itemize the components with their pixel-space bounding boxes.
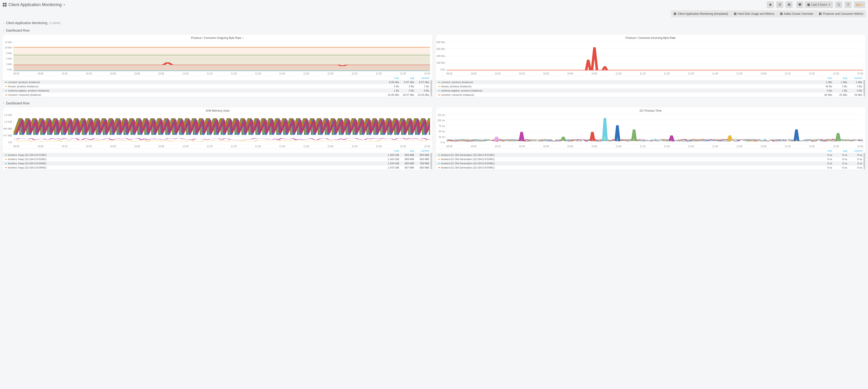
time-range-label: Last 3 hours — [811, 3, 827, 6]
legend-row[interactable]: schema-registry: produce (instance)1 Bs0… — [3, 89, 432, 93]
legend-row[interactable]: lenses: produce (instance)4 Bs0 Bs1 Bs — [3, 84, 432, 89]
legend-row[interactable]: lenses: produce (instance)44 Bs2 Bs4 Bs — [436, 84, 865, 89]
series-current: 0 ns — [847, 166, 862, 169]
panel-info-icon[interactable]: i — [437, 35, 437, 37]
chart-area[interactable]: 1.9 GiB1.4 GiB954 MiB477 MiB0 B09:5010:0… — [3, 113, 432, 149]
series-color-swatch — [438, 95, 440, 95]
legend-row[interactable]: brokers: heap (10.164.0.9:52481)1.543 Gi… — [3, 157, 432, 161]
legend-row[interactable]: brokers:G1 Old Generation (10.164.0.9:52… — [436, 157, 865, 161]
series-name: brokers:G1 Old Generation (10.164.0.9:53… — [441, 162, 817, 165]
legend-row[interactable]: connect: consume (instance)10.46 kBs10.3… — [3, 93, 432, 97]
series-name: connect: consume (instance) — [441, 93, 817, 96]
dashboard-links: Client Application Monitoring (templated… — [671, 10, 866, 17]
series-current: 0 Bs — [414, 89, 429, 92]
dashboard-link[interactable]: Kafka Cluster Overview — [777, 10, 816, 17]
series-avg: 0 ns — [832, 166, 847, 169]
dashboard-links-row: Client Application Monitoring (templated… — [0, 9, 868, 19]
y-axis-ticks: 800 kBs600 kBs400 kBs200 kBs0 Bs — [436, 40, 446, 71]
legend-scroll[interactable]: brokers:G1 Old Generation (10.164.0.9:51… — [436, 153, 865, 170]
legend-row[interactable]: brokers: heap (10.164.0.9:54481)1.470 Gi… — [3, 165, 432, 170]
zoom-out-button[interactable] — [835, 1, 842, 8]
panel-title[interactable]: Produce / Consume Outgoing Byte Rate▼ — [3, 34, 432, 40]
panel-jvm-memory: iJVM Memory Used1.9 GiB1.4 GiB954 MiB477… — [2, 107, 433, 170]
legend-row[interactable]: brokers:G1 Old Generation (10.164.0.9:51… — [436, 153, 865, 157]
series-avg: 10.37 kBs — [399, 93, 414, 96]
series-current: 0 Bs — [847, 89, 862, 92]
time-range-picker[interactable]: Last 3 hours ▼ — [805, 1, 833, 8]
panel-title[interactable]: GC Process Time — [436, 107, 865, 113]
series-max: 1.428 GiB — [384, 154, 399, 156]
x-axis-ticks: 09:5010:0010:1010:2010:3010:4010:5011:00… — [446, 144, 863, 149]
series-max: 1.470 GiB — [384, 166, 399, 169]
legend: maxavgcurrentconnect: produce (instance)… — [436, 75, 865, 97]
plot-area — [13, 41, 430, 71]
panel-info-icon[interactable]: i — [3, 35, 4, 37]
legend-row[interactable]: connect: produce (instance)6.98 kBs6.97 … — [3, 80, 432, 84]
row-header-collapsed[interactable]: › Client Application Monitoring (1 panel… — [0, 19, 868, 27]
series-current: 0 ns — [847, 158, 862, 161]
legend-row[interactable]: schema-registry: produce (instance)5 Bs1… — [436, 89, 865, 93]
panel-info-icon[interactable]: i — [437, 108, 437, 110]
dashboard-link[interactable]: Producer and Consumer Metrics — [816, 10, 866, 17]
series-name: brokers:G1 Old Generation (10.164.0.9:51… — [441, 154, 817, 156]
series-name: connect: consume (instance) — [8, 93, 384, 96]
legend-scroll[interactable]: connect: produce (instance)1 kBs1 kBs1 k… — [436, 80, 865, 97]
legend-scroll[interactable]: brokers: heap (10.164.0.9:51481)1.428 Gi… — [3, 153, 432, 170]
legend-row[interactable]: brokers: heap (10.164.0.9:53481)1.334 Gi… — [3, 161, 432, 165]
legend-row[interactable]: brokers:G1 Old Generation (10.164.0.9:53… — [436, 161, 865, 165]
row-subtitle: (1 panel) — [49, 21, 60, 25]
series-current: 789 MiB — [414, 162, 429, 165]
dashboard-title-dropdown[interactable]: Client Application Monitoring ▼ — [8, 2, 65, 7]
series-name: schema-registry: produce (instance) — [441, 89, 817, 92]
chevron-right-icon: › — [3, 22, 4, 24]
chevron-down-icon: ▼ — [862, 4, 863, 6]
legend-scroll[interactable]: connect: produce (instance)6.98 kBs6.97 … — [3, 80, 432, 97]
series-color-swatch — [438, 90, 440, 91]
legend-row[interactable]: connect: produce (instance)1 kBs1 kBs1 k… — [436, 80, 865, 84]
row-header-expanded[interactable]: › Dashboard Row — [0, 27, 868, 34]
row-header-expanded[interactable]: › Dashboard Row — [0, 99, 868, 107]
panel-title[interactable]: JVM Memory Used — [3, 107, 432, 113]
legend: maxavgcurrentbrokers:G1 Old Generation (… — [436, 149, 865, 170]
panel-info-icon[interactable]: i — [3, 108, 4, 110]
dashboard-icon — [674, 13, 676, 15]
legend-row[interactable]: connect: consume (instance)40 kBs32 kBs2… — [436, 93, 865, 97]
series-name: connect: produce (instance) — [441, 81, 817, 84]
panel-incoming-byte-rate: iProduce / Consume Incoming Byte Rate800… — [435, 34, 866, 97]
series-name: brokers:G1 Old Generation (10.164.0.9:52… — [441, 158, 817, 161]
legend-row[interactable]: brokers:G1 Old Generation (10.164.0.9:54… — [436, 165, 865, 170]
series-max: 5 Bs — [817, 89, 832, 92]
series-avg: 903 MiB — [399, 154, 414, 156]
panel-grid-2: iJVM Memory Used1.9 GiB1.4 GiB954 MiB477… — [0, 107, 868, 172]
series-avg: 0 Bs — [399, 85, 414, 88]
chart-area[interactable]: 800 kBs600 kBs400 kBs200 kBs0 Bs09:5010:… — [436, 40, 865, 75]
series-current: 29 kBs — [847, 93, 862, 96]
series-avg: 807 MiB — [399, 166, 414, 169]
series-max: 1 kBs — [817, 81, 832, 84]
series-current: 6.97 kBs — [414, 81, 429, 84]
dashboard-icon — [819, 13, 822, 15]
chevron-down-icon: ▼ — [829, 3, 831, 6]
refresh-button[interactable] — [844, 1, 851, 8]
dashboard-icon — [734, 13, 736, 15]
refresh-interval-value: 30s — [856, 3, 861, 6]
legend-row[interactable]: brokers: heap (10.164.0.9:51481)1.428 Gi… — [3, 153, 432, 157]
share-button[interactable] — [776, 1, 783, 8]
series-color-swatch — [5, 163, 7, 164]
series-color-swatch — [5, 82, 7, 83]
dashboard-link[interactable]: Client Application Monitoring (templated… — [671, 10, 731, 17]
settings-button[interactable] — [785, 1, 793, 8]
legend-header: maxavgcurrent — [436, 76, 865, 80]
series-max: 1.543 GiB — [384, 158, 399, 161]
chart-area[interactable]: 125 ms100 ms75 ms50 ms25 ms0 ns09:5010:0… — [436, 113, 865, 149]
x-axis-ticks: 09:5010:0010:1010:2010:3010:4010:5011:00… — [13, 144, 430, 149]
chart-area[interactable]: 13 kBs10 kBs8 kBs5 kBs3 kBs0 Bs09:5010:0… — [3, 40, 432, 75]
tv-mode-button[interactable] — [796, 1, 803, 8]
panel-title[interactable]: Produce / Consume Incoming Byte Rate — [436, 34, 865, 40]
refresh-interval-dropdown[interactable]: 30s ▼ — [854, 1, 865, 8]
star-button[interactable] — [767, 1, 774, 8]
dashboard-link[interactable]: Hard Disk Usage and Metrics — [731, 10, 777, 17]
plot-area — [13, 114, 430, 144]
series-name: lenses: produce (instance) — [441, 85, 817, 88]
dashboard-title-text: Client Application Monitoring — [8, 2, 62, 7]
